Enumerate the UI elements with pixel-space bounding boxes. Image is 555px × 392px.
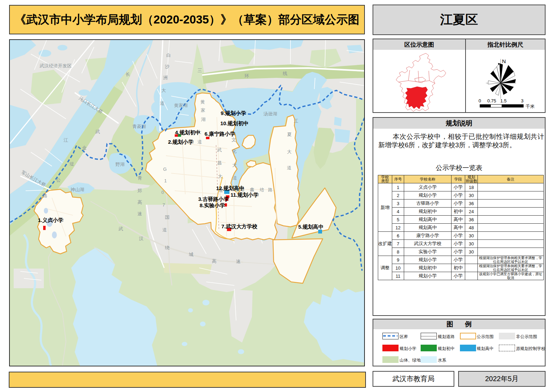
svg-text:武: 武: [118, 226, 123, 231]
svg-text:路: 路: [268, 187, 273, 192]
svg-text:大: 大: [218, 174, 222, 179]
svg-text:7.武汉大方学校: 7.武汉大方学校: [221, 223, 258, 229]
svg-text:文: 文: [232, 137, 236, 142]
svg-text:0: 0: [161, 190, 164, 195]
svg-text:道: 道: [233, 175, 237, 181]
svg-text:3: 3: [521, 98, 523, 103]
svg-text:公: 公: [56, 177, 61, 183]
svg-text:堤: 堤: [69, 161, 74, 167]
svg-text:夏: 夏: [287, 132, 292, 137]
svg-text:2.规划小学: 2.规划小学: [168, 139, 194, 145]
svg-text:高: 高: [212, 258, 216, 264]
svg-text:道: 道: [160, 101, 165, 106]
svg-text:青: 青: [138, 175, 142, 181]
svg-text:神山湖: 神山湖: [70, 187, 84, 192]
svg-text:大: 大: [287, 149, 292, 154]
svg-text:千米: 千米: [526, 104, 535, 109]
svg-text:环: 环: [244, 73, 249, 79]
svg-text:郑: 郑: [137, 188, 142, 193]
svg-text:速: 速: [138, 211, 142, 216]
svg-text:家: 家: [201, 108, 205, 113]
svg-text:沙: 沙: [165, 64, 169, 69]
svg-text:青菱湖: 青菱湖: [132, 124, 146, 129]
svg-text:武: 武: [95, 129, 100, 134]
svg-text:汉: 汉: [139, 236, 143, 241]
svg-text:培: 培: [259, 187, 264, 192]
svg-text:金: 金: [82, 145, 87, 150]
svg-text:道: 道: [162, 227, 167, 232]
svg-text:11.规划小学: 11.规划小学: [230, 192, 259, 198]
svg-text:1.5: 1.5: [500, 98, 507, 103]
svg-text:湖: 湖: [201, 117, 206, 122]
svg-text:路: 路: [43, 193, 47, 198]
svg-text:N: N: [502, 58, 506, 64]
svg-text:5.规划高中: 5.规划高中: [298, 224, 324, 230]
svg-text:江: 江: [63, 137, 68, 143]
svg-text:长: 长: [126, 72, 130, 77]
svg-text:7: 7: [162, 202, 165, 208]
svg-text:道: 道: [198, 139, 202, 144]
svg-text:绕: 绕: [165, 245, 169, 250]
svg-text:白: 白: [166, 53, 171, 58]
svg-text:汤逊湖: 汤逊湖: [263, 111, 277, 116]
svg-text:1: 1: [164, 178, 167, 183]
svg-text:线: 线: [283, 71, 287, 76]
svg-text:9.规划小学: 9.规划小学: [221, 110, 246, 116]
svg-text:黄家湖: 黄家湖: [174, 103, 188, 108]
svg-text:速: 速: [236, 259, 241, 264]
svg-text:武: 武: [217, 147, 222, 153]
svg-text:大: 大: [232, 162, 237, 168]
svg-text:大: 大: [161, 88, 166, 93]
svg-text:黄: 黄: [200, 99, 205, 104]
svg-text:10.规划初中: 10.规划初中: [220, 120, 249, 126]
svg-text:武汉经济开发区: 武汉经济开发区: [39, 63, 72, 68]
svg-text:6.康宁路小学: 6.康宁路小学: [205, 131, 235, 137]
svg-text:3.古驿路小学: 3.古驿路小学: [198, 196, 229, 202]
svg-text:化: 化: [232, 149, 236, 154]
svg-text:0: 0: [479, 98, 481, 103]
svg-text:高: 高: [138, 200, 142, 205]
svg-text:三: 三: [198, 68, 202, 73]
svg-text:4.规划初中: 4.规划初中: [175, 129, 201, 135]
svg-text:0.75: 0.75: [487, 98, 496, 103]
svg-text:国: 国: [165, 215, 169, 220]
svg-text:鑫: 鑫: [250, 187, 254, 192]
svg-text:12.规划高中: 12.规划高中: [216, 185, 245, 191]
svg-text:昌: 昌: [217, 160, 222, 165]
svg-text:道: 道: [287, 165, 292, 170]
svg-text:野湖: 野湖: [115, 162, 125, 167]
svg-text:1.义贞小学: 1.义贞小学: [38, 217, 63, 223]
svg-text:洲: 洲: [163, 75, 168, 80]
svg-text:江: 江: [294, 118, 298, 123]
svg-text:8.实验小学: 8.实验小学: [200, 202, 225, 208]
svg-text:G: G: [163, 167, 167, 172]
svg-text:城: 城: [189, 252, 193, 257]
